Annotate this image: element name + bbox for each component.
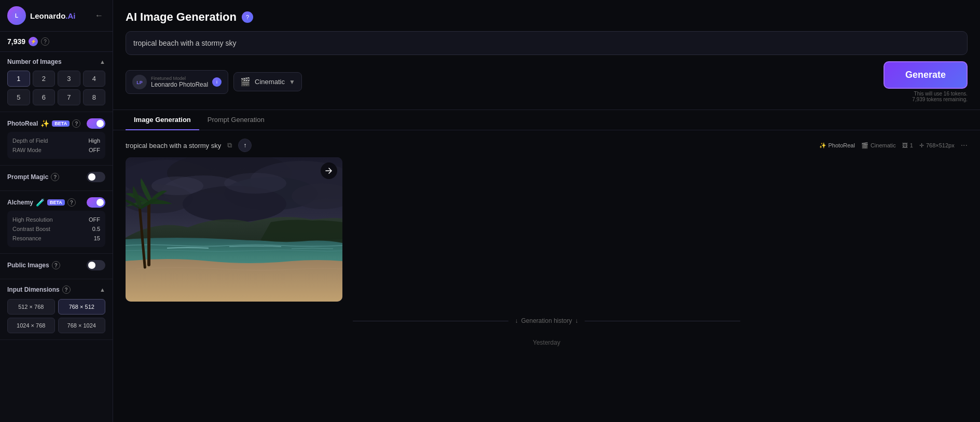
- prompt-magic-help-icon[interactable]: ?: [51, 173, 59, 181]
- back-button[interactable]: ←: [93, 9, 105, 22]
- photoreal-badge: BETA: [52, 120, 70, 127]
- generation-meta: ✨ PhotoReal 🎬 Cinematic 🖼 1 ✛ 768×512px: [819, 141, 968, 150]
- public-images-title: Public Images: [7, 262, 49, 269]
- prompt-magic-section: Prompt Magic ?: [0, 166, 113, 191]
- meta-dimensions: ✛ 768×512px: [919, 142, 955, 149]
- prompt-magic-toggle-row: Prompt Magic ?: [7, 172, 105, 182]
- prompt-bar: [126, 31, 968, 55]
- input-dimensions-header: Input Dimensions ? ▲: [7, 285, 105, 294]
- tab-image-generation[interactable]: Image Generation: [126, 110, 199, 130]
- photoreal-toggle[interactable]: [87, 118, 105, 129]
- token-bar: 7,939 ⚡ ?: [0, 32, 113, 52]
- num-btn-4[interactable]: 4: [83, 71, 106, 87]
- model-info: Finetuned Model Leonardo PhotoReal: [151, 76, 208, 88]
- style-selector[interactable]: 🎬 Cinematic ▼: [233, 72, 302, 91]
- num-btn-6[interactable]: 6: [33, 89, 56, 105]
- dim-btn-1024x768[interactable]: 1024 × 768: [7, 318, 55, 333]
- num-btn-8[interactable]: 8: [83, 89, 106, 105]
- model-name: Leonardo PhotoReal: [151, 81, 208, 88]
- num-btn-3[interactable]: 3: [58, 71, 80, 87]
- prompt-magic-toggle[interactable]: [87, 172, 105, 182]
- tab-prompt-generation[interactable]: Prompt Generation: [199, 110, 273, 130]
- dim-btn-768x512[interactable]: 768 × 512: [58, 299, 106, 315]
- number-of-images-header: Number of Images ▲: [7, 58, 105, 65]
- copy-prompt-button[interactable]: ⧉: [225, 140, 234, 151]
- generated-image-card: [126, 157, 342, 302]
- svg-point-14: [224, 173, 286, 194]
- generate-button[interactable]: Generate: [884, 61, 968, 89]
- style-chevron-icon: ▼: [289, 78, 295, 86]
- generation-prompt-text: tropical beach with a stormy sky: [126, 142, 221, 149]
- image-count-icon: 🖼: [902, 142, 908, 148]
- generation-more-menu[interactable]: ···: [961, 141, 968, 150]
- photoreal-meta-icon: ✨: [819, 142, 826, 149]
- raw-mode-value: OFF: [89, 147, 100, 153]
- content-area: tropical beach with a stormy sky ⧉ ↑ ✨ P…: [113, 130, 980, 422]
- page-title: AI Image Generation: [126, 10, 237, 24]
- high-resolution-label: High Resolution: [12, 216, 53, 223]
- token-help-icon[interactable]: ?: [41, 37, 49, 46]
- sidebar: L Leonardo.Ai ← 7,939 ⚡ ? Number of Imag…: [0, 0, 113, 422]
- model-avatar: LP: [132, 75, 147, 89]
- model-info-icon[interactable]: i: [212, 77, 222, 87]
- photoreal-toggle-row: PhotoReal ✨ BETA ?: [7, 118, 105, 129]
- num-btn-7[interactable]: 7: [58, 89, 80, 105]
- number-of-images-title: Number of Images: [7, 58, 62, 65]
- use-prompt-button[interactable]: ↑: [238, 139, 252, 152]
- generation-prompt-row: tropical beach with a stormy sky ⧉ ↑ ✨ P…: [126, 139, 968, 152]
- depth-of-field-label: Depth of Field: [12, 138, 48, 144]
- page-title-row: AI Image Generation ?: [126, 10, 968, 24]
- prompt-magic-title: Prompt Magic: [7, 173, 48, 181]
- model-selector-button[interactable]: LP Finetuned Model Leonardo PhotoReal i: [126, 70, 228, 94]
- sidebar-header: L Leonardo.Ai ←: [0, 0, 113, 32]
- prompt-input[interactable]: [133, 32, 960, 55]
- num-btn-1[interactable]: 1: [7, 71, 30, 87]
- input-dimensions-help-icon[interactable]: ?: [62, 285, 71, 294]
- history-arrow-down-2: ↓: [575, 317, 578, 324]
- token-icon: ⚡: [29, 37, 38, 46]
- public-images-toggle[interactable]: [87, 260, 105, 270]
- alchemy-toggle[interactable]: [87, 197, 105, 208]
- generation-result-section: tropical beach with a stormy sky ⧉ ↑ ✨ P…: [126, 139, 968, 302]
- public-images-section: Public Images ?: [0, 254, 113, 279]
- history-line-left: [353, 321, 508, 321]
- dimension-grid: 512 × 768 768 × 512 1024 × 768 768 × 102…: [7, 299, 105, 333]
- toolbar-row: LP Finetuned Model Leonardo PhotoReal i …: [126, 61, 968, 102]
- contrast-boost-row: Contrast Boost 0.5: [12, 224, 100, 234]
- generate-area: Generate This will use 16 tokens. 7,939 …: [884, 61, 968, 102]
- alchemy-help-icon[interactable]: ?: [67, 198, 76, 207]
- image-action-button[interactable]: [321, 162, 337, 179]
- token-count: 7,939: [7, 37, 25, 46]
- page-info-icon[interactable]: ?: [242, 11, 253, 23]
- alchemy-badge: BETA: [47, 199, 65, 206]
- raw-mode-label: RAW Mode: [12, 147, 42, 153]
- photoreal-section: PhotoReal ✨ BETA ? Depth of Field High R…: [0, 112, 113, 166]
- high-resolution-row: High Resolution OFF: [12, 215, 100, 224]
- input-dimensions-section: Input Dimensions ? ▲ 512 × 768 768 × 512…: [0, 279, 113, 340]
- num-btn-5[interactable]: 5: [7, 89, 30, 105]
- contrast-boost-label: Contrast Boost: [12, 226, 50, 232]
- dim-btn-512x768[interactable]: 512 × 768: [7, 299, 55, 315]
- app-name: Leonardo.Ai: [30, 11, 76, 20]
- number-of-images-chevron: ▲: [100, 59, 105, 65]
- number-of-images-section: Number of Images ▲ 1 2 3 4 5 6 7 8: [0, 52, 113, 112]
- logo-area: L Leonardo.Ai: [7, 6, 76, 25]
- number-of-images-grid: 1 2 3 4 5 6 7 8: [7, 71, 105, 105]
- dim-btn-768x1024[interactable]: 768 × 1024: [58, 318, 106, 333]
- depth-of-field-row: Depth of Field High: [12, 136, 100, 145]
- model-label: Finetuned Model: [151, 76, 208, 81]
- history-section: ↓ Generation history ↓: [126, 307, 968, 335]
- history-arrow-down: ↓: [515, 317, 518, 324]
- resonance-row: Resonance 15: [12, 234, 100, 243]
- main-top-bar: AI Image Generation ? LP Finetuned Model…: [113, 0, 980, 110]
- photoreal-label: PhotoReal ✨ BETA ?: [7, 119, 80, 128]
- alchemy-sub-settings: High Resolution OFF Contrast Boost 0.5 R…: [7, 211, 105, 247]
- num-btn-2[interactable]: 2: [33, 71, 56, 87]
- svg-text:LP: LP: [136, 80, 143, 85]
- style-name: Cinematic: [255, 78, 285, 86]
- resonance-value: 15: [94, 235, 100, 241]
- public-images-help-icon[interactable]: ?: [52, 261, 60, 269]
- photoreal-help-icon[interactable]: ?: [72, 119, 80, 128]
- history-label: Generation history: [521, 317, 572, 324]
- cinematic-icon: 🎬: [240, 77, 251, 87]
